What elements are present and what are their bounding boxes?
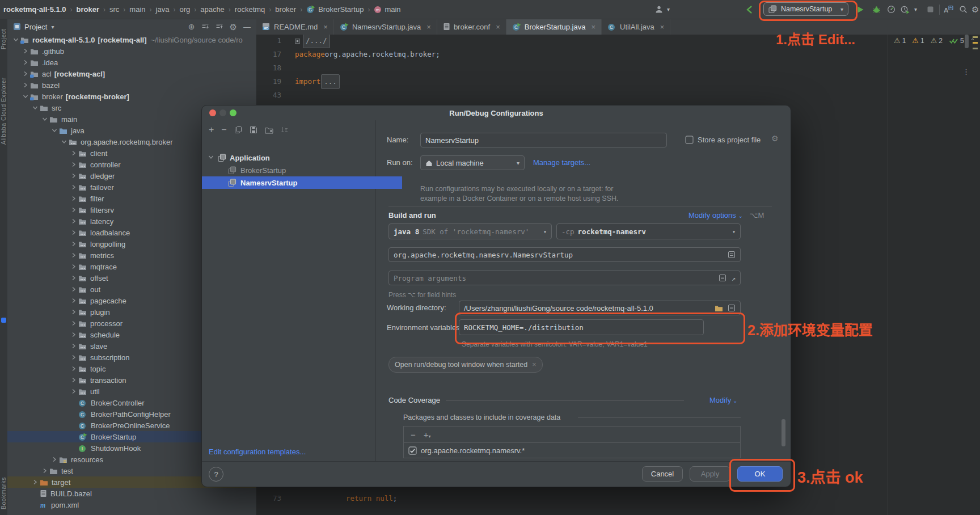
chevron-right-icon[interactable] <box>69 331 78 338</box>
modify-options[interactable]: Modify options ⌄ ⌥M <box>688 211 764 219</box>
close-icon[interactable]: × <box>660 23 665 31</box>
expand-all-icon[interactable] <box>201 23 209 31</box>
timer-run-icon[interactable] <box>901 5 910 14</box>
chevron-right-icon[interactable] <box>69 275 78 281</box>
project-view-selector[interactable]: Project <box>24 23 47 31</box>
help-button[interactable]: ? <box>209 467 223 482</box>
chevron-down-icon[interactable]: ▾ <box>914 6 917 12</box>
program-arguments-input[interactable]: Program arguments ↗ <box>388 271 741 285</box>
chevron-right-icon[interactable] <box>69 252 78 259</box>
inspections-warning[interactable]: ⚠1 <box>894 36 906 45</box>
tree-item-acl[interactable]: acl [rocketmq-acl] <box>7 68 257 79</box>
hide-icon[interactable]: — <box>243 23 251 31</box>
breadcrumb-item[interactable]: rocketmq <box>235 5 265 14</box>
config-item-BrokerStartup[interactable]: BrokerStartup <box>202 164 402 176</box>
tab-UtilAll.java[interactable]: CUtilAll.java× <box>602 19 670 35</box>
chevron-right-icon[interactable] <box>21 70 30 77</box>
chevron-right-icon[interactable] <box>69 309 78 315</box>
close-icon[interactable]: × <box>532 361 536 369</box>
close-icon[interactable]: × <box>591 23 595 31</box>
settings-icon[interactable]: ⚙ <box>971 5 979 14</box>
chevron-right-icon[interactable] <box>69 161 78 168</box>
jre-select[interactable]: java 8 SDK of 'rocketmq-namesrv' ▾ <box>388 223 552 239</box>
tree-item-rocketmq-all-5.1.0[interactable]: rocketmq-all-5.1.0 [rocketmq-all]~/liush… <box>7 35 257 45</box>
expand-field-icon[interactable] <box>728 304 736 312</box>
tree-item-pom.xml[interactable]: mpom.xml <box>7 499 257 510</box>
tree-item-.github[interactable]: .github <box>7 45 257 57</box>
name-input[interactable]: NamesrvStartup <box>420 133 667 147</box>
chevron-right-icon[interactable] <box>21 48 30 54</box>
chevron-right-icon[interactable] <box>69 263 78 270</box>
main-class-input[interactable]: org.apache.rocketmq.namesrv.NamesrvStart… <box>388 247 741 262</box>
editor-scrollbar[interactable] <box>965 35 969 48</box>
chevron-right-icon[interactable] <box>69 240 78 247</box>
breadcrumb-item[interactable]: rocketmq-all-5.1.0 <box>3 5 66 14</box>
breadcrumb-item[interactable]: CBrokerStartup <box>306 5 364 14</box>
chevron-down-icon[interactable] <box>11 36 20 43</box>
chevron-right-icon[interactable] <box>69 354 78 361</box>
dialog-scrollbar[interactable] <box>782 419 785 446</box>
copy-icon[interactable] <box>234 126 242 134</box>
config-item-NamesrvStartup[interactable]: NamesrvStartup <box>202 176 402 189</box>
store-as-project-file-checkbox[interactable] <box>685 136 694 144</box>
chevron-down-icon[interactable] <box>40 116 49 123</box>
remove-icon[interactable]: − <box>411 430 416 440</box>
add-icon[interactable]: +▾ <box>424 430 431 440</box>
chevron-right-icon[interactable] <box>21 82 30 88</box>
chevron-down-icon[interactable] <box>60 138 69 145</box>
run-on-select[interactable]: Local machine ▾ <box>420 155 525 170</box>
chevron-right-icon[interactable] <box>69 286 78 293</box>
chevron-down-icon[interactable]: ▾ <box>667 6 670 12</box>
chevron-right-icon[interactable] <box>69 297 78 304</box>
chevron-right-icon[interactable] <box>69 229 78 236</box>
translate-icon[interactable]: A <box>944 5 953 14</box>
settings-icon[interactable]: ⚙ <box>230 23 237 31</box>
edit-configuration-templates-link[interactable]: Edit configuration templates... <box>209 448 306 456</box>
close-icon[interactable]: × <box>323 23 328 31</box>
tab-BrokerStartup.java[interactable]: CBrokerStartup.java× <box>506 19 602 35</box>
breadcrumb-item[interactable]: mmain <box>374 5 400 14</box>
chevron-right-icon[interactable] <box>69 320 78 327</box>
run-icon[interactable] <box>856 6 864 14</box>
gear-icon[interactable]: ⚙ <box>771 134 779 143</box>
chevron-right-icon[interactable] <box>69 184 78 191</box>
tree-item-bazel[interactable]: bazel <box>7 79 257 91</box>
inspections-warning[interactable]: ⚠2 <box>931 36 943 45</box>
close-icon[interactable]: × <box>496 23 500 31</box>
chevron-right-icon[interactable] <box>69 172 78 179</box>
strip-tab-project[interactable]: Project <box>0 22 7 56</box>
more-options-icon[interactable]: ⋮ <box>962 67 970 76</box>
chevron-right-icon[interactable] <box>69 150 78 157</box>
strip-tab-alibaba-cloud-explorer[interactable]: Alibaba Cloud Explorer <box>0 63 7 159</box>
build-icon[interactable] <box>745 5 753 14</box>
sort-icon[interactable] <box>281 126 289 134</box>
breadcrumb-item[interactable]: broker <box>77 5 99 14</box>
open-external-icon[interactable]: ↗ <box>731 274 736 282</box>
inspections-warning[interactable]: ⚠1 <box>912 36 924 45</box>
collapse-all-icon[interactable] <box>216 23 223 31</box>
chevron-right-icon[interactable] <box>21 59 30 66</box>
config-type-application[interactable]: Application <box>202 151 382 164</box>
chevron-right-icon[interactable] <box>69 377 78 383</box>
strip-tab-bookmarks[interactable]: Bookmarks <box>0 473 7 513</box>
remove-icon[interactable]: − <box>221 125 226 135</box>
chevron-right-icon[interactable] <box>40 467 49 474</box>
stop-icon[interactable] <box>927 6 934 13</box>
add-icon[interactable]: + <box>209 125 214 135</box>
expand-field-icon[interactable] <box>728 251 736 259</box>
search-icon[interactable] <box>959 5 968 14</box>
breadcrumb-item[interactable]: org <box>179 5 190 14</box>
tab-README.md[interactable]: MDREADME.md× <box>256 19 334 35</box>
breadcrumb-item[interactable]: broker <box>275 5 296 14</box>
open-tool-window-tag[interactable]: Open run/debug tool window when started … <box>388 357 543 373</box>
strip-tab-icon[interactable] <box>1 318 6 323</box>
chevron-right-icon[interactable] <box>69 218 78 225</box>
chevron-down-icon[interactable] <box>31 104 40 111</box>
chevron-right-icon[interactable] <box>69 195 78 202</box>
chevron-down-icon[interactable] <box>50 127 59 134</box>
tree-item-BUILD.bazel[interactable]: BUILD.bazel <box>7 488 257 499</box>
breadcrumb-item[interactable]: main <box>129 5 145 14</box>
tree-item-.idea[interactable]: .idea <box>7 57 257 68</box>
chevron-down-icon[interactable] <box>21 93 30 100</box>
chevron-right-icon[interactable] <box>50 456 59 463</box>
